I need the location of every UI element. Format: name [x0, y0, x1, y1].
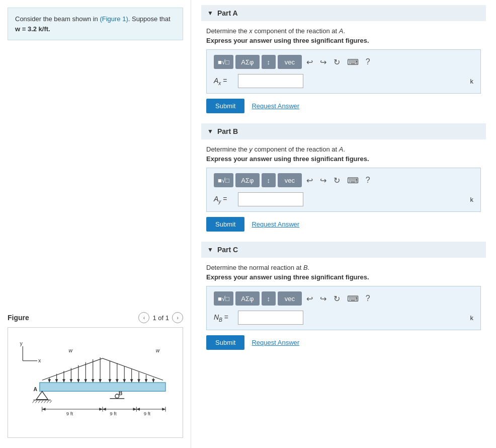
toolbar-b-arrow-btn[interactable]: ↕ — [262, 173, 276, 187]
svg-text:x: x — [38, 357, 41, 363]
figure-nav: ‹ 1 of 1 › — [138, 312, 183, 323]
svg-text:9 ft: 9 ft — [144, 411, 151, 416]
toolbar-vec-btn[interactable]: vec — [278, 55, 302, 69]
svg-marker-56 — [42, 408, 46, 411]
part-b-content: Determine the y component of the reactio… — [201, 145, 486, 232]
svg-marker-27 — [116, 379, 119, 383]
part-a-content: Determine the x component of the reactio… — [201, 27, 486, 113]
toolbar-arrow-btn[interactable]: ↕ — [262, 55, 276, 69]
part-b-arrow: ▼ — [207, 128, 213, 135]
part-b-actions: Submit Request Answer — [206, 217, 481, 232]
toolbar-refresh-btn[interactable]: ↻ — [331, 55, 343, 69]
figure-link[interactable]: (Figure 1) — [100, 15, 128, 23]
toolbar-b-symbol-btn[interactable]: ΑΣφ — [235, 173, 260, 187]
toolbar-b-vec-btn[interactable]: vec — [278, 173, 302, 187]
part-b-header[interactable]: ▼ Part B — [201, 123, 486, 139]
toolbar-c-matrix-btn[interactable]: ■√□ — [214, 291, 233, 306]
svg-marker-10 — [55, 379, 58, 383]
part-a-submit-btn[interactable]: Submit — [206, 99, 244, 113]
figure-diagram: y x w w — [8, 327, 183, 438]
part-b-section: ▼ Part B Determine the y component of th… — [201, 123, 486, 232]
part-a-request-btn[interactable]: Request Answer — [252, 102, 299, 110]
toolbar-c-symbol-btn[interactable]: ΑΣφ — [235, 291, 260, 306]
part-b-answer-box: ■√□ ΑΣφ ↕ vec ↩ ↪ ↻ ⌨ ? Ay = k — [206, 168, 481, 212]
toolbar-matrix-btn[interactable]: ■√□ — [214, 55, 233, 69]
toolbar-c-arrow-btn[interactable]: ↕ — [262, 291, 276, 306]
part-b-description: Determine the y component of the reactio… — [206, 145, 481, 153]
svg-marker-18 — [84, 379, 87, 383]
part-c-section: ▼ Part C Determine the normal reaction a… — [201, 242, 486, 350]
beam-diagram: y x w w — [13, 333, 178, 432]
toolbar-redo-btn[interactable]: ↪ — [317, 55, 329, 69]
part-c-description: Determine the normal reaction at B. — [206, 264, 481, 271]
part-a-instruction: Express your answer using three signific… — [206, 37, 481, 44]
svg-line-45 — [41, 401, 43, 403]
toolbar-keyboard-btn[interactable]: ⌨ — [345, 55, 361, 69]
part-b-input[interactable] — [238, 192, 303, 206]
part-c-header[interactable]: ▼ Part C — [201, 242, 486, 258]
figure-section: Figure ‹ 1 of 1 › y x w — [0, 307, 191, 448]
part-a-description: Determine the x component of the reactio… — [206, 27, 481, 35]
toolbar-c-undo-btn[interactable]: ↩ — [304, 291, 315, 306]
svg-text:w: w — [156, 347, 160, 353]
toolbar-b-help-btn[interactable]: ? — [363, 173, 373, 187]
part-a-header[interactable]: ▼ Part A — [201, 5, 486, 21]
toolbar-help-btn[interactable]: ? — [363, 55, 373, 69]
part-c-unit: k — [470, 314, 474, 322]
svg-text:A: A — [33, 386, 37, 392]
toolbar-c-vec-btn[interactable]: vec — [278, 291, 302, 306]
figure-next-btn[interactable]: › — [172, 312, 183, 323]
figure-title: Figure — [8, 314, 29, 322]
toolbar-b-keyboard-btn[interactable]: ⌨ — [345, 173, 361, 187]
part-c-input[interactable] — [238, 311, 303, 325]
svg-marker-33 — [137, 379, 140, 383]
svg-marker-14 — [70, 379, 73, 383]
problem-text-prefix: Consider the beam shown in — [15, 15, 100, 23]
toolbar-symbol-btn[interactable]: ΑΣφ — [235, 55, 260, 69]
part-b-instruction: Express your answer using three signific… — [206, 155, 481, 163]
part-c-request-btn[interactable]: Request Answer — [252, 339, 299, 346]
toolbar-c-keyboard-btn[interactable]: ⌨ — [345, 291, 361, 306]
svg-marker-61 — [103, 408, 106, 411]
toolbar-b-undo-btn[interactable]: ↩ — [304, 173, 315, 187]
toolbar-undo-btn[interactable]: ↩ — [304, 55, 315, 69]
part-b-toolbar: ■√□ ΑΣφ ↕ vec ↩ ↪ ↻ ⌨ ? — [214, 173, 473, 187]
problem-statement: Consider the beam shown in (Figure 1). S… — [8, 8, 183, 40]
svg-text:9 ft: 9 ft — [66, 411, 73, 416]
svg-marker-31 — [130, 379, 133, 383]
toolbar-b-redo-btn[interactable]: ↪ — [317, 173, 329, 187]
figure-prev-btn[interactable]: ‹ — [138, 312, 149, 323]
svg-line-47 — [47, 401, 49, 403]
part-a-answer-label: Ax = — [214, 77, 234, 86]
part-b-request-btn[interactable]: Request Answer — [252, 220, 299, 228]
problem-w-value: w = 3.2 k/ft. — [15, 25, 50, 33]
toolbar-b-matrix-btn[interactable]: ■√□ — [214, 173, 233, 187]
toolbar-c-help-btn[interactable]: ? — [363, 291, 373, 306]
svg-rect-38 — [40, 383, 166, 391]
svg-line-23 — [103, 358, 163, 380]
part-a-input-row: Ax = k — [214, 74, 473, 88]
toolbar-b-refresh-btn[interactable]: ↻ — [331, 173, 343, 187]
part-c-answer-label: NB = — [214, 313, 234, 323]
part-c-input-row: NB = k — [214, 311, 473, 325]
part-a-toolbar: ■√□ ΑΣφ ↕ vec ↩ ↪ ↻ ⌨ ? — [214, 55, 473, 69]
svg-marker-35 — [145, 379, 148, 383]
svg-marker-29 — [123, 379, 126, 383]
toolbar-c-refresh-btn[interactable]: ↻ — [331, 291, 343, 306]
svg-line-43 — [35, 401, 37, 403]
part-c-actions: Submit Request Answer — [206, 335, 481, 350]
left-panel: Consider the beam shown in (Figure 1). S… — [0, 0, 191, 448]
part-b-input-row: Ay = k — [214, 192, 473, 206]
part-a-actions: Submit Request Answer — [206, 99, 481, 113]
svg-marker-66 — [136, 408, 140, 411]
svg-marker-62 — [133, 408, 137, 411]
part-a-unit: k — [470, 78, 474, 85]
part-a-input[interactable] — [238, 74, 303, 88]
toolbar-c-redo-btn[interactable]: ↪ — [317, 291, 329, 306]
svg-line-48 — [50, 401, 52, 403]
part-b-submit-btn[interactable]: Submit — [206, 217, 244, 232]
svg-marker-40 — [36, 391, 48, 399]
svg-line-42 — [32, 401, 34, 403]
part-c-submit-btn[interactable]: Submit — [206, 335, 244, 350]
svg-text:w: w — [69, 347, 73, 353]
